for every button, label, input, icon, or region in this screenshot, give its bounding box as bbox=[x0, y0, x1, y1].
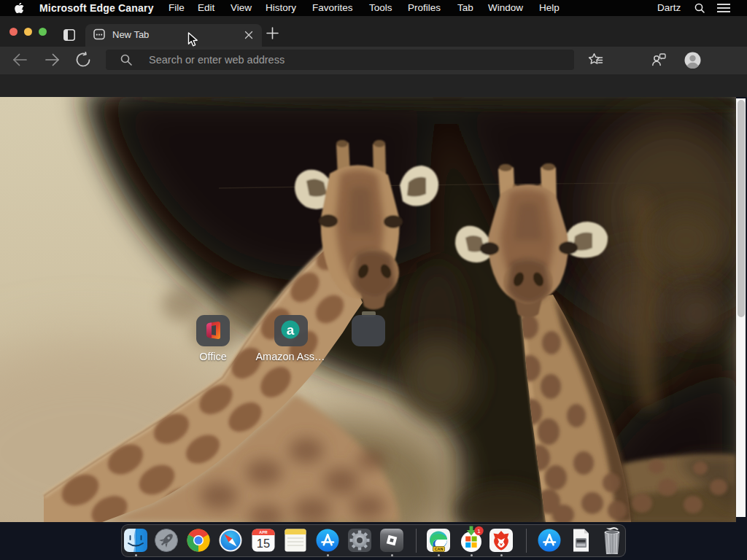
svg-text:15: 15 bbox=[257, 537, 270, 550]
svg-text:CAN: CAN bbox=[435, 547, 444, 551]
svg-text:APR: APR bbox=[259, 530, 267, 534]
svg-text:a: a bbox=[287, 322, 295, 338]
svg-text:1: 1 bbox=[477, 528, 481, 534]
